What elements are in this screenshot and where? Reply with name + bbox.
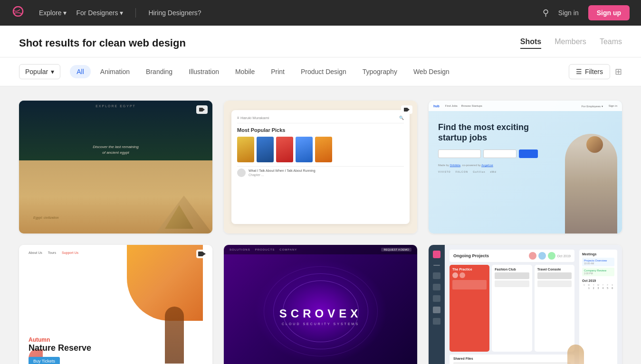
tab-members[interactable]: Members: [555, 37, 586, 49]
signin-link[interactable]: Sign in: [558, 9, 579, 17]
shot-thumbnail-startup: hub Find JobsBrowse Startups For Employe…: [429, 101, 622, 233]
shot-card-books[interactable]: ≡ Haruki Murakami 🔍 Most Popular Picks W…: [224, 101, 417, 233]
svg-marker-2: [203, 108, 205, 111]
for-designers-link[interactable]: For Designers ▾: [76, 9, 123, 17]
category-pills: All Animation Branding Illustration Mobi…: [70, 65, 563, 78]
filter-bar: Popular ▾ All Animation Branding Illustr…: [0, 57, 641, 86]
svg-rect-1: [199, 108, 203, 112]
category-branding[interactable]: Branding: [139, 65, 179, 78]
category-print[interactable]: Print: [264, 65, 291, 78]
shot-thumbnail-scrovex: SOLUTIONS PRODUCTS COMPANY REQUEST A DEM…: [224, 245, 417, 364]
tab-shots[interactable]: Shots: [520, 37, 541, 49]
shot-thumbnail-books: ≡ Haruki Murakami 🔍 Most Popular Picks W…: [224, 101, 417, 233]
category-mobile[interactable]: Mobile: [229, 65, 261, 78]
results-header-top: Shot results for clean web design Shots …: [19, 37, 622, 57]
shots-grid: EXPLORE EGYPT Discover the last remainin…: [19, 101, 622, 364]
svg-rect-5: [198, 252, 203, 256]
svg-rect-3: [404, 108, 408, 112]
navbar: Explore ▾ For Designers ▾ Hiring Designe…: [0, 0, 641, 26]
filter-right: ☰ Filters ⊞: [569, 64, 622, 79]
results-header: Shot results for clean web design Shots …: [0, 26, 641, 57]
tab-teams[interactable]: Teams: [600, 37, 622, 49]
shot-thumbnail-autumn: About UsToursSupport Us ▷ Autumn Nature …: [19, 245, 212, 364]
shot-thumbnail-egypt: EXPLORE EGYPT Discover the last remainin…: [19, 101, 212, 233]
search-icon[interactable]: ⚲: [543, 8, 549, 18]
chevron-down-icon: ▾: [51, 68, 54, 75]
category-illustration[interactable]: Illustration: [182, 65, 226, 78]
nav-right: ⚲ Sign in Sign up: [543, 5, 630, 20]
category-web-design[interactable]: Web Design: [407, 65, 456, 78]
shot-card-egypt[interactable]: EXPLORE EGYPT Discover the last remainin…: [19, 101, 212, 233]
video-icon-autumn: [196, 250, 208, 258]
signup-button[interactable]: Sign up: [588, 5, 630, 20]
filter-icon: ☰: [576, 68, 582, 75]
shot-card-autumn[interactable]: About UsToursSupport Us ▷ Autumn Nature …: [19, 245, 212, 364]
video-icon-books: [401, 105, 412, 114]
chevron-down-icon: ▾: [63, 9, 67, 17]
category-product-design[interactable]: Product Design: [294, 65, 353, 78]
results-title: Shot results for clean web design: [19, 37, 186, 49]
results-tabs: Shots Members Teams: [520, 37, 622, 49]
category-animation[interactable]: Animation: [94, 65, 136, 78]
shot-thumbnail-dashboard: Ongoing Projects Oct 2019 The Practice: [429, 245, 622, 364]
main-content: EXPLORE EGYPT Discover the last remainin…: [0, 86, 641, 364]
filters-button[interactable]: ☰ Filters: [569, 64, 610, 79]
shot-card-dashboard[interactable]: Ongoing Projects Oct 2019 The Practice: [429, 245, 622, 364]
shot-card-startup[interactable]: hub Find JobsBrowse Startups For Employe…: [429, 101, 622, 233]
sort-label: Popular: [25, 68, 48, 75]
nav-divider: [135, 8, 136, 18]
grid-toggle-icon[interactable]: ⊞: [615, 66, 622, 77]
svg-marker-4: [408, 108, 410, 111]
category-all[interactable]: All: [70, 65, 91, 78]
video-icon: [196, 105, 208, 114]
shot-card-scrovex[interactable]: SOLUTIONS PRODUCTS COMPANY REQUEST A DEM…: [224, 245, 417, 364]
sort-dropdown[interactable]: Popular ▾: [19, 64, 60, 79]
dribbble-logo[interactable]: [11, 6, 25, 19]
explore-link[interactable]: Explore ▾: [39, 9, 67, 17]
svg-point-0: [13, 7, 23, 16]
hiring-link[interactable]: Hiring Designers?: [148, 9, 201, 17]
chevron-down-icon: ▾: [120, 9, 123, 17]
svg-marker-6: [203, 252, 206, 256]
category-typography[interactable]: Typography: [356, 65, 404, 78]
